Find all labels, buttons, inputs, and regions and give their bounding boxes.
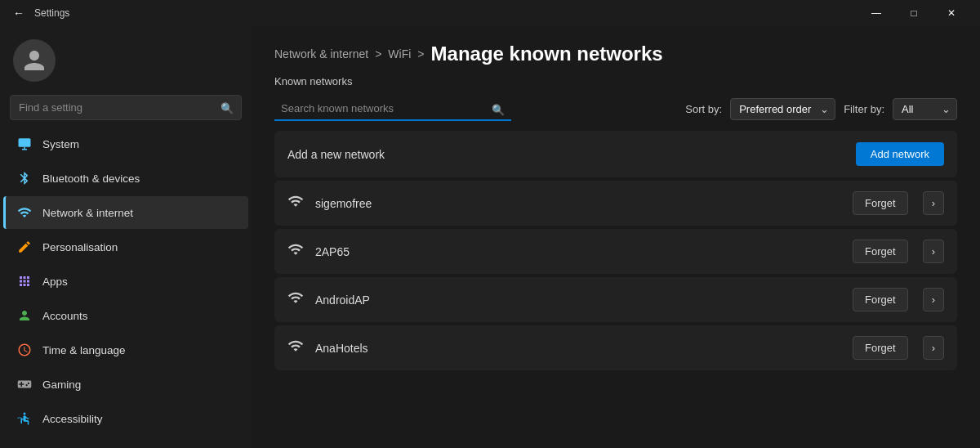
network-search-input[interactable] [274, 97, 511, 121]
bluetooth-icon [16, 170, 33, 186]
sidebar: 🔍 System Bluetooth & devices Network & i… [0, 26, 252, 448]
sidebar-item-label-accessibility: Accessibility [42, 413, 103, 425]
section-label: Known networks [274, 75, 957, 87]
page-title: Manage known networks [431, 43, 663, 65]
avatar [13, 39, 56, 82]
system-icon [16, 136, 33, 152]
accessibility-icon [16, 410, 33, 427]
sort-select-wrapper[interactable]: Preferred order Alphabetical [730, 98, 835, 120]
search-icon: 🔍 [492, 103, 505, 115]
time-icon [16, 342, 33, 358]
breadcrumb-sep1: > [375, 47, 381, 60]
app-title: Settings [34, 7, 69, 19]
svg-rect-0 [19, 138, 31, 147]
sidebar-item-personalisation[interactable]: Personalisation [3, 231, 248, 263]
wifi-icon-3 [287, 338, 304, 358]
search-icon: 🔍 [220, 101, 234, 114]
find-setting-search[interactable]: 🔍 [10, 95, 242, 120]
titlebar: ← Settings — □ ✕ [0, 0, 980, 26]
window-controls: — □ ✕ [858, 0, 970, 26]
forget-button-3[interactable]: Forget [853, 336, 908, 360]
filter-bar: 🔍 Sort by: Preferred order Alphabetical … [274, 97, 957, 121]
network-name-2: AndroidAP [315, 293, 841, 307]
sidebar-item-label-accounts: Accounts [42, 310, 88, 322]
wifi-icon-1 [287, 241, 304, 262]
sidebar-item-label-personalisation: Personalisation [42, 241, 118, 253]
gaming-icon [16, 376, 33, 392]
filter-label: Filter by: [844, 103, 884, 115]
add-network-row: Add a new network Add network [274, 131, 957, 177]
breadcrumb-part2: WiFi [388, 47, 411, 60]
minimize-button[interactable]: — [858, 0, 895, 26]
sidebar-item-label-system: System [42, 138, 79, 150]
chevron-button-3[interactable]: › [923, 336, 944, 360]
sort-label: Sort by: [685, 103, 722, 115]
sidebar-item-label-gaming: Gaming [42, 379, 81, 391]
network-row-0: sigemofree Forget › [274, 181, 957, 226]
breadcrumb-sep2: > [417, 47, 424, 60]
sidebar-item-gaming[interactable]: Gaming [3, 368, 248, 401]
sidebar-item-bluetooth[interactable]: Bluetooth & devices [3, 162, 248, 195]
sidebar-item-label-bluetooth: Bluetooth & devices [42, 172, 140, 185]
breadcrumb: Network & internet > WiFi > Manage known… [274, 43, 957, 65]
chevron-button-0[interactable]: › [923, 191, 944, 215]
add-network-label: Add a new network [287, 148, 385, 161]
network-row-2: AndroidAP Forget › [274, 277, 957, 322]
network-row-3: AnaHotels Forget › [274, 325, 957, 370]
main-layout: 🔍 System Bluetooth & devices Network & i… [0, 26, 980, 448]
wifi-icon-0 [287, 193, 304, 213]
add-network-button[interactable]: Add network [856, 142, 944, 166]
sidebar-item-system[interactable]: System [3, 128, 248, 160]
breadcrumb-part1: Network & internet [274, 47, 368, 60]
network-search-box[interactable]: 🔍 [274, 97, 511, 121]
sort-filter-controls: Sort by: Preferred order Alphabetical Fi… [685, 98, 957, 120]
forget-button-0[interactable]: Forget [853, 191, 908, 215]
network-row-1: 2AP65 Forget › [274, 229, 957, 274]
chevron-button-2[interactable]: › [923, 288, 944, 311]
sidebar-item-accessibility[interactable]: Accessibility [3, 402, 248, 435]
network-name-0: sigemofree [315, 197, 841, 210]
search-input[interactable] [10, 95, 242, 120]
apps-icon [16, 273, 33, 289]
sort-select[interactable]: Preferred order Alphabetical [730, 98, 835, 120]
sidebar-item-label-time: Time & language [42, 344, 126, 356]
network-name-1: 2AP65 [315, 245, 841, 258]
network-name-3: AnaHotels [315, 342, 841, 355]
content-area: Network & internet > WiFi > Manage known… [252, 26, 980, 448]
chevron-button-1[interactable]: › [923, 240, 944, 263]
sidebar-item-apps[interactable]: Apps [3, 265, 248, 298]
sidebar-item-label-network: Network & internet [42, 207, 133, 219]
forget-button-1[interactable]: Forget [853, 240, 908, 263]
filter-select[interactable]: All Saved Visible [893, 98, 957, 120]
sidebar-item-network[interactable]: Network & internet [3, 196, 248, 229]
personalisation-icon [16, 239, 33, 255]
sidebar-item-time[interactable]: Time & language [3, 334, 248, 366]
back-button[interactable]: ← [10, 3, 28, 23]
close-button[interactable]: ✕ [933, 0, 970, 26]
wifi-icon-2 [287, 289, 304, 310]
filter-select-wrapper[interactable]: All Saved Visible [893, 98, 957, 120]
sidebar-item-accounts[interactable]: Accounts [3, 299, 248, 332]
forget-button-2[interactable]: Forget [853, 288, 908, 311]
maximize-button[interactable]: □ [895, 0, 933, 26]
accounts-icon [16, 307, 33, 324]
network-icon [16, 204, 33, 221]
sidebar-item-label-apps: Apps [42, 276, 68, 288]
svg-point-3 [24, 413, 26, 415]
